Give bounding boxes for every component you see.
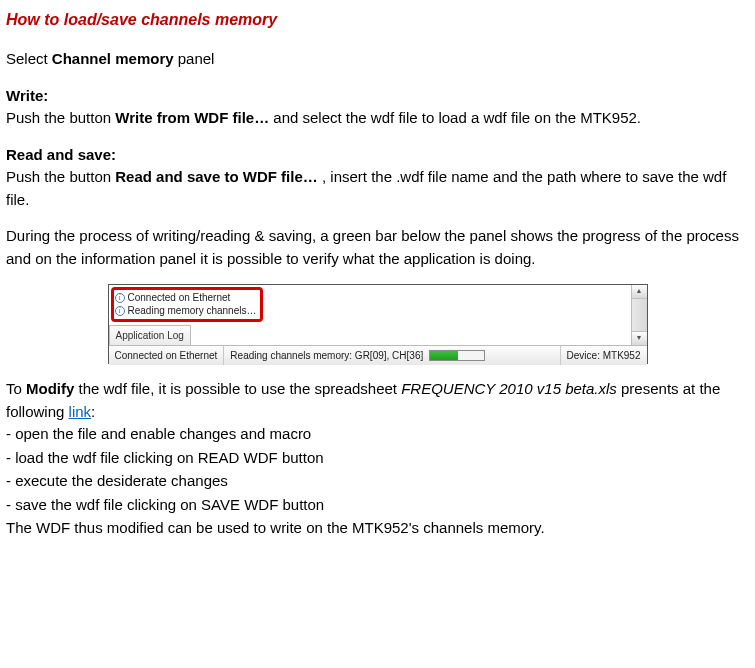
screenshot-container: i Connected on Ethernet i Reading memory…: [6, 284, 749, 364]
vertical-scrollbar[interactable]: ▲ ▼: [631, 285, 647, 345]
info-canvas: i Connected on Ethernet i Reading memory…: [109, 285, 631, 345]
spreadsheet-name: FREQUENCY 2010 v15 beta.xls: [401, 380, 617, 397]
text: To: [6, 380, 26, 397]
text: Push the button: [6, 109, 115, 126]
step-save-wdf: - save the wdf file clicking on SAVE WDF…: [6, 494, 749, 517]
progress-fill: [430, 351, 458, 360]
write-button-label: Write from WDF file…: [115, 109, 269, 126]
status-reading-text: Reading channels memory: GR[09], CH[36]: [230, 348, 423, 363]
write-instruction: Push the button Write from WDF file… and…: [6, 107, 749, 130]
info-text: Connected on Ethernet: [128, 291, 231, 304]
status-connected: Connected on Ethernet: [109, 346, 225, 365]
info-panel: i Connected on Ethernet i Reading memory…: [109, 285, 647, 363]
status-device: Device: MTK952: [561, 346, 647, 365]
final-text: The WDF thus modified can be used to wri…: [6, 517, 749, 540]
text: the wdf file, it is possible to use the …: [74, 380, 401, 397]
application-log-tab[interactable]: Application Log: [109, 325, 191, 345]
info-icon: i: [115, 293, 125, 303]
channel-memory-label: Channel memory: [52, 50, 174, 67]
text: panel: [174, 50, 215, 67]
info-text: Reading memory channels…: [128, 304, 257, 317]
step-load-wdf: - load the wdf file clicking on READ WDF…: [6, 447, 749, 470]
text: :: [91, 403, 95, 420]
info-body: i Connected on Ethernet i Reading memory…: [109, 285, 647, 345]
app-screenshot: i Connected on Ethernet i Reading memory…: [108, 284, 648, 364]
step-execute-changes: - execute the desiderate changes: [6, 470, 749, 493]
scroll-track[interactable]: [632, 299, 647, 331]
spreadsheet-link[interactable]: link: [69, 403, 92, 420]
status-progress-cell: Reading channels memory: GR[09], CH[36]: [224, 346, 560, 365]
modify-section: To Modify the wdf file, it is possible t…: [6, 378, 749, 423]
write-section: Write: Push the button Write from WDF fi…: [6, 85, 749, 130]
read-section: Read and save: Push the button Read and …: [6, 144, 749, 212]
scroll-up-button[interactable]: ▲: [632, 285, 647, 299]
read-heading: Read and save:: [6, 144, 749, 167]
status-bar: Connected on Ethernet Reading channels m…: [109, 345, 647, 365]
process-description: During the process of writing/reading & …: [6, 225, 749, 270]
select-panel-text: Select Channel memory panel: [6, 48, 749, 71]
info-icon: i: [115, 306, 125, 316]
scroll-down-button[interactable]: ▼: [632, 331, 647, 345]
text: Select: [6, 50, 52, 67]
read-button-label: Read and save to WDF file…: [115, 168, 318, 185]
text: and select the wdf file to load a wdf fi…: [269, 109, 641, 126]
text: Push the button: [6, 168, 115, 185]
info-line-connected: i Connected on Ethernet: [115, 291, 257, 304]
read-instruction: Push the button Read and save to WDF fil…: [6, 166, 749, 211]
modify-label: Modify: [26, 380, 74, 397]
info-line-reading: i Reading memory channels…: [115, 304, 257, 317]
step-open-file: - open the file and enable changes and m…: [6, 423, 749, 446]
progress-bar: [429, 350, 485, 361]
section-title: How to load/save channels memory: [6, 8, 749, 32]
write-heading: Write:: [6, 85, 749, 108]
info-highlight-box: i Connected on Ethernet i Reading memory…: [111, 287, 264, 322]
